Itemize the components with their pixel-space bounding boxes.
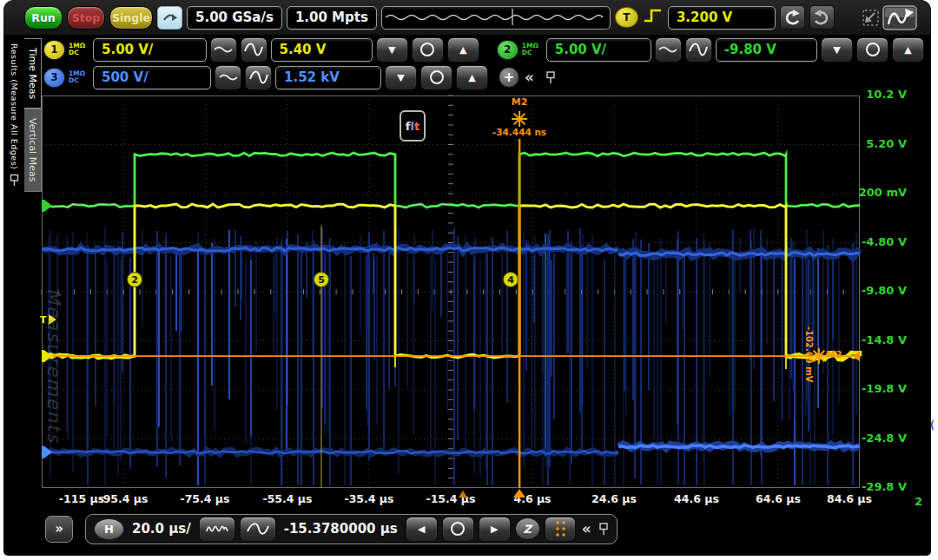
marker-m2-time-pointer[interactable] <box>513 489 525 497</box>
time-reference-marker[interactable] <box>459 491 467 497</box>
stop-button[interactable]: Stop <box>67 6 105 30</box>
redo-icon <box>812 9 831 26</box>
down-icon: ▼ <box>388 44 395 56</box>
time-label: 44.6 µs <box>674 492 719 505</box>
add-channel-button[interactable]: + <box>499 67 519 88</box>
zoom-mode-button[interactable]: Z <box>515 517 540 540</box>
axis-channel-indicator: 2 <box>915 495 922 508</box>
small-sine-icon <box>213 43 234 56</box>
results-panel-tab[interactable]: Results (Measure All Edges) <box>5 38 23 511</box>
channel-1-scale-box[interactable]: 5.00 V/ <box>93 38 207 62</box>
channel-3-offset-zero-button[interactable] <box>420 65 452 90</box>
channel-3-coupling: DC <box>69 77 89 84</box>
delay-right-button[interactable]: ▶ <box>479 517 511 542</box>
pin-icon[interactable] <box>545 70 556 84</box>
axis-label: 10.2 V <box>866 88 907 101</box>
delay-zero-button[interactable] <box>442 517 474 542</box>
zero-icon <box>430 70 444 84</box>
timebase-zoom-in-button[interactable] <box>199 517 235 542</box>
cursors-button[interactable] <box>545 517 576 542</box>
large-sine-icon <box>246 521 270 537</box>
trigger-source-badge[interactable]: T <box>615 7 638 28</box>
horizontal-badge[interactable]: H <box>94 518 124 540</box>
channel-1-offset-box[interactable]: 5.40 V <box>271 38 373 62</box>
filter-badge: flt <box>400 110 426 142</box>
waveform-preview-icon <box>382 7 608 27</box>
up-icon: ▲ <box>459 44 466 56</box>
channel-2-scale-fine-button[interactable] <box>655 37 682 63</box>
timebase-zoom-out-button[interactable] <box>240 517 276 542</box>
channel-2-scale-box[interactable]: 5.00 V/ <box>546 38 651 62</box>
channel-row-2: 3 1MΩ DC 500 V/ 1.52 kV ▼ ▲ + « <box>43 64 924 90</box>
trigger-edge-icon[interactable] <box>643 7 664 28</box>
delay-left-button[interactable]: ◀ <box>406 517 438 542</box>
edge-number: 4 <box>507 274 514 286</box>
channel-1-offset-up-button[interactable]: ▲ <box>447 37 479 63</box>
channel-1-offset-zero-button[interactable] <box>412 37 444 63</box>
marker-m2-right-label[interactable]: M2 <box>826 349 842 360</box>
time-label: -115 µs <box>59 492 104 505</box>
time-label: 64.6 µs <box>756 492 801 505</box>
channel-3-badge[interactable]: 3 <box>43 68 65 88</box>
pin-icon[interactable] <box>598 522 609 536</box>
channel-3-scale-fine-button[interactable] <box>215 65 241 90</box>
horizontal-pan-button[interactable] <box>157 6 182 30</box>
channel-2-badge[interactable]: 2 <box>497 40 519 60</box>
channel-2-ground-icon <box>44 200 52 212</box>
channel-3-ground-icon <box>42 446 44 458</box>
tab-time-meas[interactable]: Time Meas <box>24 38 42 109</box>
down-icon: ▼ <box>397 72 404 83</box>
trigger-level-value: 3.200 V <box>677 10 732 25</box>
single-button[interactable]: Single <box>109 6 153 30</box>
channel-2-scale: 5.00 V/ <box>555 42 606 57</box>
pin-icon <box>9 174 19 187</box>
collapse-toolbar-button[interactable]: « <box>523 69 536 86</box>
channel-1-scale-fine-button[interactable] <box>210 37 237 63</box>
channel-2-offset-up-button[interactable]: ▲ <box>892 37 924 63</box>
timebase-value[interactable]: 20.0 µs/ <box>129 521 195 537</box>
channel-1-badge[interactable]: 1 <box>43 40 65 60</box>
channel-3-offset-up-button[interactable]: ▲ <box>456 65 488 90</box>
channel-2-offset-zero-button[interactable] <box>856 37 888 63</box>
channel-3-offset: 1.52 kV <box>284 69 340 85</box>
marker-m2-level-value: -102.69 mV <box>804 326 814 382</box>
filter-badge-letter: t <box>414 120 419 133</box>
right-icon: ▶ <box>491 524 498 535</box>
graticule[interactable]: 254T flt M2 -34.444 ns Measurements -102… <box>42 96 860 488</box>
channel-2-offset-down-button[interactable]: ▼ <box>821 37 853 63</box>
channel-3-coupling-chip: 1MΩ DC <box>69 70 89 84</box>
run-button[interactable]: Run <box>24 6 63 30</box>
marker-m2-label[interactable]: M2 <box>512 96 528 108</box>
channel-2-offset-box[interactable]: -9.80 V <box>716 38 817 62</box>
acquisition-preview[interactable] <box>381 6 611 30</box>
channel-3-scale-coarse-button[interactable] <box>245 65 272 90</box>
channel-3-offset-down-button[interactable]: ▼ <box>385 65 417 90</box>
undo-icon <box>783 9 802 26</box>
touch-mode-button[interactable] <box>860 4 921 30</box>
redo-button[interactable] <box>809 5 835 30</box>
compressed-sine-icon <box>205 522 229 536</box>
undo-button[interactable] <box>780 5 805 30</box>
left-icon: ◀ <box>418 524 425 535</box>
up-icon: ▲ <box>468 72 475 83</box>
channel-1-offset-down-button[interactable]: ▼ <box>376 37 408 63</box>
up-icon: ▲ <box>904 44 911 56</box>
memory-depth-value: 1.00 Mpts <box>295 10 368 25</box>
channel-3-offset-box[interactable]: 1.52 kV <box>275 66 381 89</box>
collapse-toolbar-button[interactable]: « <box>580 520 593 537</box>
delay-value[interactable]: -15.3780000 µs <box>281 521 401 537</box>
tab-vertical-meas[interactable]: Vertical Meas <box>24 109 42 191</box>
trigger-level-box[interactable]: 3.200 V <box>668 6 776 30</box>
sample-rate-value: 5.00 GSa/s <box>195 10 274 25</box>
zero-icon <box>451 522 465 536</box>
touch-mode-icon <box>860 4 921 30</box>
axis-label: -24.8 V <box>862 432 907 445</box>
channel-2-scale-coarse-button[interactable] <box>685 37 712 63</box>
channel-1-scale-coarse-button[interactable] <box>241 37 268 63</box>
measurements-watermark: Measurements <box>43 288 64 444</box>
channel-toolbar: 1 1MΩ DC 5.00 V/ 5.40 V ▼ ▲ 2 1MΩ DC 5.0… <box>43 36 924 91</box>
channel-1-coupling-chip: 1MΩ DC <box>69 43 89 56</box>
expand-panel-button[interactable]: » <box>45 516 73 543</box>
time-label: 84.6 µs <box>827 492 872 505</box>
channel-3-scale-box[interactable]: 500 V/ <box>93 66 211 89</box>
